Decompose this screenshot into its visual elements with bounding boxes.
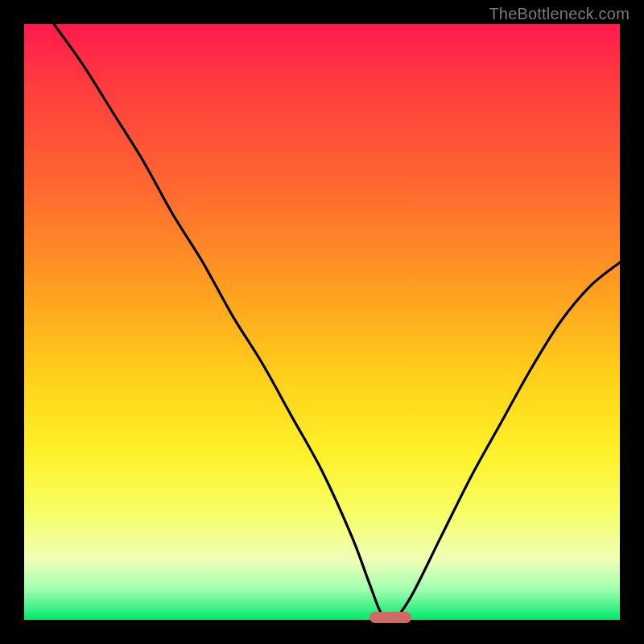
bottleneck-curve bbox=[24, 24, 620, 620]
plot-area bbox=[24, 24, 620, 620]
optimal-range-marker bbox=[369, 612, 411, 623]
watermark-text: TheBottleneck.com bbox=[489, 5, 630, 23]
chart-frame: TheBottleneck.com bbox=[0, 0, 644, 644]
